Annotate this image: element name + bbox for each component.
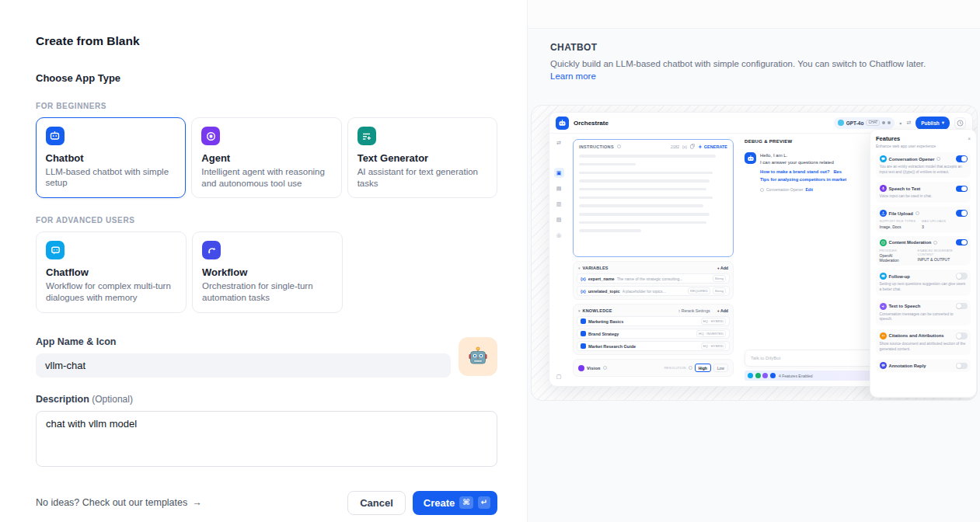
suggested-question[interactable]: Tips for analyzing competitors in market: [760, 177, 846, 182]
card-chatbot-desc: LLM-based chatbot with simple setup: [46, 166, 176, 189]
dify-bot-logo-icon: [556, 117, 569, 130]
app-name-input[interactable]: [36, 353, 451, 378]
conversation-opener-toggle[interactable]: [956, 155, 968, 162]
rail-docs-icon[interactable]: ▥: [554, 199, 564, 209]
info-icon: [936, 157, 940, 161]
annotation-reply-icon: [880, 362, 887, 369]
close-icon[interactable]: ×: [968, 136, 971, 141]
feature-content-moderation: Content Moderation PROVIDEROpenAI Modera…: [876, 236, 971, 266]
mic-icon: [882, 121, 885, 124]
content-moderation-toggle[interactable]: [956, 239, 968, 246]
chevron-down-icon[interactable]: ▾: [578, 308, 581, 313]
card-workflow[interactable]: Workflow Orchestration for single-turn a…: [192, 231, 343, 312]
opener-icon: [760, 188, 764, 192]
features-title: Features: [876, 135, 900, 142]
bot-avatar: [745, 152, 756, 164]
templates-link[interactable]: No ideas? Check out our templates→: [36, 497, 202, 508]
rerank-settings-button[interactable]: ↕ Rerank Settings: [678, 308, 710, 313]
moderation-feature-icon: [755, 373, 761, 378]
citations-toggle[interactable]: [956, 332, 968, 339]
vision-icon: [578, 365, 584, 371]
card-agent-desc: Intelligent agent with reasoning and aut…: [201, 166, 331, 189]
model-provider-icon: [838, 120, 844, 126]
text-to-speech-toggle[interactable]: [956, 303, 968, 310]
card-agent[interactable]: Agent Intelligent agent with reasoning a…: [191, 117, 341, 198]
features-enabled-strip: 4 Features Enabled: [745, 371, 888, 381]
mock-vision-section: Vision RESOLUTION High Low: [573, 359, 734, 377]
card-text-generator-title: Text Generator: [357, 152, 487, 164]
chatbot-preview-image: Orchestrate GPT-4o CHAT ▾ ⇄ Publish▾: [531, 105, 978, 401]
speech-to-text-toggle[interactable]: [956, 186, 968, 193]
mock-model-selector[interactable]: GPT-4o CHAT: [834, 117, 895, 129]
annotation-reply-toggle[interactable]: [956, 363, 968, 370]
chevron-down-icon[interactable]: ▾: [578, 266, 581, 270]
swap-icon[interactable]: ⇄: [554, 137, 564, 148]
for-advanced-users-label: FOR ADVANCED USERS: [36, 216, 497, 224]
history-clock-icon[interactable]: [954, 117, 966, 129]
chevron-down-icon: ▾: [899, 120, 902, 126]
follow-up-toggle[interactable]: [956, 273, 968, 280]
file-upload-icon: [880, 210, 887, 217]
rail-globe-icon[interactable]: ◎: [554, 230, 564, 240]
rail-notes-icon[interactable]: ▧: [554, 214, 564, 224]
text-to-speech-icon: [880, 303, 887, 310]
cancel-button[interactable]: Cancel: [347, 491, 406, 515]
mock-chat-input[interactable]: Talk to DifyBot: [745, 350, 888, 367]
file-upload-toggle[interactable]: [956, 210, 968, 217]
learn-more-link[interactable]: Learn more: [550, 71, 596, 81]
card-chatflow-desc: Workflow for complex multi-turn dialogue…: [46, 280, 176, 303]
opener-edit-button[interactable]: Edit: [806, 187, 813, 192]
card-workflow-desc: Orchestration for single-turn automation…: [202, 280, 333, 303]
card-chatbot[interactable]: Chatbot LLM-based chatbot with simple se…: [36, 117, 186, 198]
knowledge-add-button[interactable]: + Add: [717, 308, 728, 313]
feature-text-to-speech: Text to Speech Conversation messages can…: [876, 300, 971, 325]
agent-icon: [201, 127, 220, 145]
rail-orchestrate-icon[interactable]: ▣: [554, 168, 564, 178]
bot-greeting: Hello, I am L. I can answer your questio…: [760, 152, 846, 166]
retrieval-badge: HQ · INVERTED: [696, 330, 726, 337]
card-workflow-title: Workflow: [202, 266, 333, 278]
mock-publish-button[interactable]: Publish▾: [915, 117, 950, 130]
variable-token-icon: {x}: [581, 277, 586, 281]
card-text-generator-desc: AI assistant for text generation tasks: [357, 166, 487, 189]
resolution-low-button[interactable]: Low: [713, 364, 728, 372]
knowledge-row[interactable]: Marketing Basics HQ · HYBRID: [577, 316, 730, 326]
chatflow-icon: [46, 241, 65, 259]
model-chat-badge: CHAT: [866, 120, 880, 127]
variable-row[interactable]: {x} expert_name The name of the strategi…: [577, 273, 730, 284]
card-chatflow[interactable]: Chatflow Workflow for complex multi-turn…: [36, 231, 187, 312]
for-beginners-label: FOR BEGINNERS: [36, 102, 497, 110]
resolution-high-button[interactable]: High: [695, 364, 711, 372]
card-text-generator[interactable]: Text Generator AI assistant for text gen…: [347, 117, 497, 198]
description-label: Description (Optional): [36, 394, 497, 405]
card-agent-title: Agent: [201, 152, 331, 164]
preview-title: CHATBOT: [550, 42, 957, 53]
variable-row[interactable]: {x} unrelated_topic A placeholder for to…: [577, 286, 730, 296]
knowledge-row[interactable]: Brand Strategy HQ · INVERTED: [577, 329, 730, 339]
features-subtitle: Enhance web app user experience: [876, 144, 971, 148]
knowledge-row[interactable]: Market Research Guide HQ · HYBRID: [577, 341, 730, 351]
info-icon: [689, 366, 692, 370]
mock-knowledge-section: ▾ KNOWLEDGE ↕ Rerank Settings + Add Mark…: [573, 304, 734, 355]
resolution-label: RESOLUTION: [664, 366, 686, 370]
mock-instructions-panel[interactable]: INSTRUCTIONS 2182 {x} GENERATE: [573, 139, 734, 257]
text-generator-icon: [357, 127, 376, 145]
instructions-skeleton: [579, 155, 727, 232]
beginner-cards: Chatbot LLM-based chatbot with simple se…: [36, 117, 497, 198]
rail-bottom-icon[interactable]: ▢: [554, 371, 564, 381]
generate-button[interactable]: GENERATE: [698, 144, 727, 149]
suggested-question[interactable]: How to make a brand stand out? Bes: [760, 169, 846, 174]
description-textarea[interactable]: chat with vllm model: [36, 411, 497, 467]
opener-feature-icon: [748, 373, 753, 378]
chatbot-icon: [46, 127, 65, 145]
rail-image-icon[interactable]: ▤: [554, 183, 564, 193]
card-chatflow-title: Chatflow: [46, 266, 176, 278]
variable-token-icon: {x}: [682, 144, 687, 149]
citations-icon: [880, 332, 887, 339]
feature-conversation-opener: Conversation Opener You are an entity ex…: [876, 152, 971, 178]
variables-add-button[interactable]: + Add: [717, 266, 728, 270]
app-icon-picker[interactable]: [459, 337, 497, 376]
tune-icon[interactable]: ⇄: [906, 120, 911, 126]
feature-citations: Citations and Attributions Show source d…: [876, 329, 971, 355]
create-button[interactable]: Create ⌘ ↵: [413, 491, 497, 515]
